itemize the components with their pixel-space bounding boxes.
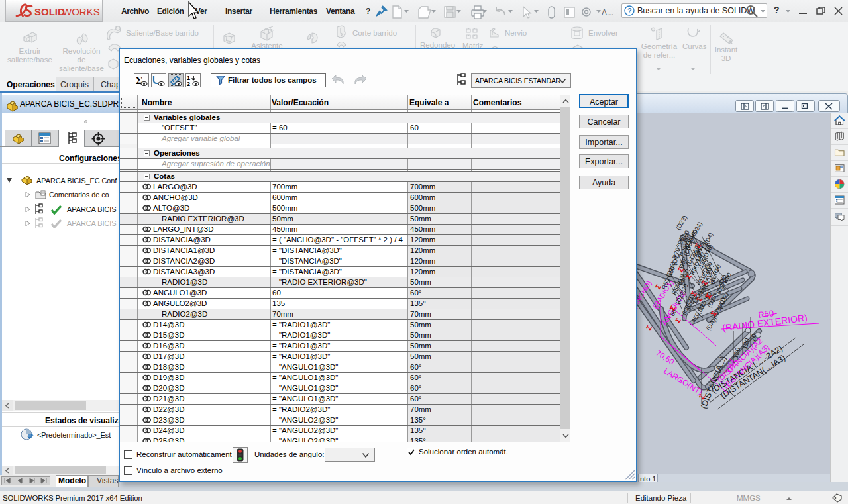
svg-text:...: ... (40, 206, 43, 210)
svg-text:Σ: Σ (674, 317, 682, 324)
svg-text:SOLID: SOLID (34, 6, 65, 17)
svg-text:..: .. (462, 76, 464, 80)
svg-text:R50: R50 (712, 264, 722, 276)
svg-text:?: ? (627, 7, 632, 15)
svg-text:...: ... (40, 220, 43, 224)
svg-text:2: 2 (187, 81, 190, 87)
svg-text:(D23): (D23) (674, 214, 688, 231)
svg-text:WORKS: WORKS (62, 6, 100, 17)
